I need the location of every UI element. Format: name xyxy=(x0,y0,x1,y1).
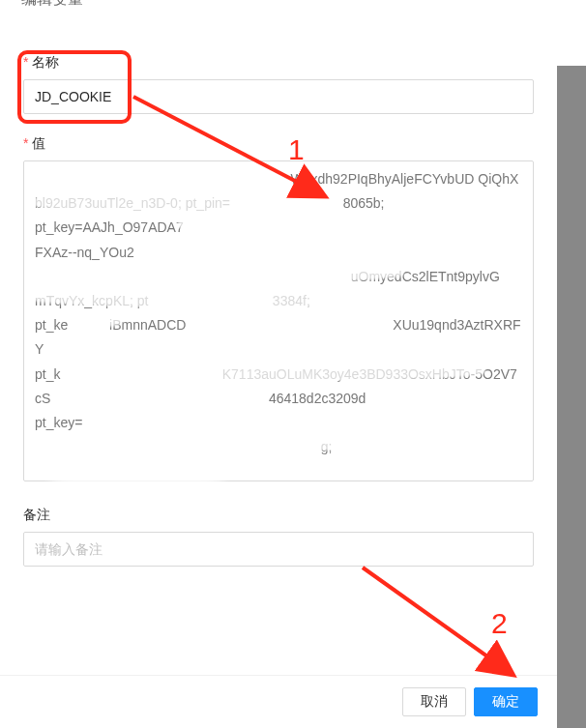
background-strip xyxy=(557,0,586,66)
cancel-button[interactable]: 取消 xyxy=(402,687,466,716)
remark-input[interactable] xyxy=(23,532,534,567)
name-input[interactable] xyxy=(23,79,534,114)
modal-footer: 取消 确定 xyxy=(0,675,557,728)
name-label: 名称 xyxy=(23,54,534,72)
remark-label: 备注 xyxy=(23,507,534,524)
modal-title: 编辑变量 xyxy=(21,0,83,10)
value-label: 值 xyxy=(23,135,534,153)
edit-variable-modal: 编辑变量 名称 值 备注 取消 确定 xyxy=(0,0,557,728)
value-textarea[interactable] xyxy=(23,160,534,481)
modal-header: 编辑变量 xyxy=(0,0,557,10)
form-item-value: 值 xyxy=(23,135,534,485)
confirm-button[interactable]: 确定 xyxy=(474,687,538,716)
modal-body: 名称 值 备注 xyxy=(0,10,557,675)
form-item-remark: 备注 xyxy=(23,507,534,567)
form-item-name: 名称 xyxy=(23,54,534,114)
